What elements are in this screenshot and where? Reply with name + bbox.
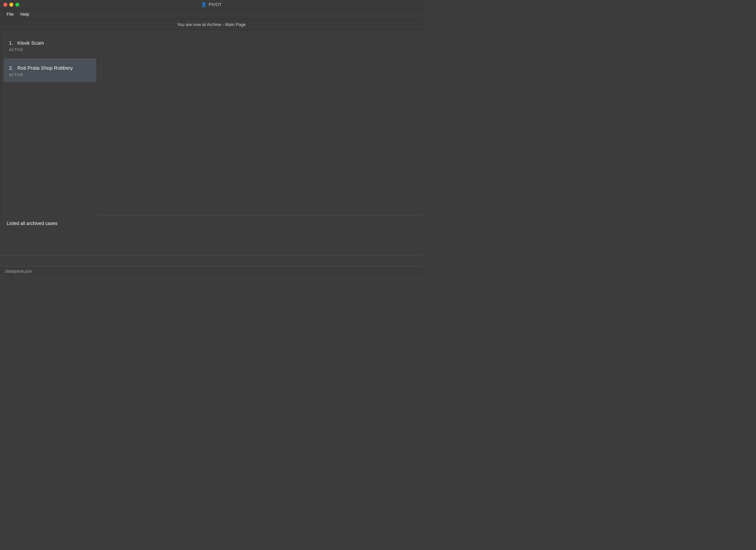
- cases-list: 1. Klook Scam ACTIVE 2. Roti Prata Shop …: [0, 30, 100, 85]
- breadcrumb-text: You are now at Archive - Main Page: [177, 22, 246, 27]
- case-item-1[interactable]: 1. Klook Scam ACTIVE: [4, 33, 96, 57]
- menu-file[interactable]: File: [3, 10, 17, 18]
- close-button[interactable]: [3, 3, 7, 7]
- detail-panel: [100, 30, 423, 215]
- app-title: 👤 PIVOT: [201, 2, 221, 7]
- input-area: [0, 255, 423, 267]
- command-input[interactable]: [4, 258, 419, 264]
- minimize-button[interactable]: [9, 3, 13, 7]
- footer-path: ./data/pivot.json: [0, 267, 423, 275]
- maximize-button[interactable]: [15, 3, 19, 7]
- case-item-1-status: ACTIVE: [9, 48, 91, 52]
- menu-help[interactable]: Help: [17, 10, 33, 18]
- menu-bar: File Help: [0, 9, 423, 19]
- output-text: Listed all archived cases: [7, 221, 58, 226]
- case-item-2-status: ACTIVE: [9, 73, 91, 77]
- status-bar: You are now at Archive - Main Page: [0, 19, 423, 30]
- app-icon: 👤: [201, 2, 206, 7]
- cases-list-panel: 1. Klook Scam ACTIVE 2. Roti Prata Shop …: [0, 30, 100, 215]
- case-item-2-title: 2. Roti Prata Shop Robbery: [9, 65, 91, 71]
- case-item-2[interactable]: 2. Roti Prata Shop Robbery ACTIVE: [4, 58, 96, 82]
- output-area: Listed all archived cases: [0, 215, 423, 255]
- file-path: ./data/pivot.json: [4, 269, 32, 274]
- case-item-1-title: 1. Klook Scam: [9, 40, 91, 46]
- bottom-section: Listed all archived cases: [0, 215, 423, 267]
- traffic-lights: [3, 3, 19, 7]
- title-bar: 👤 PIVOT: [0, 0, 423, 9]
